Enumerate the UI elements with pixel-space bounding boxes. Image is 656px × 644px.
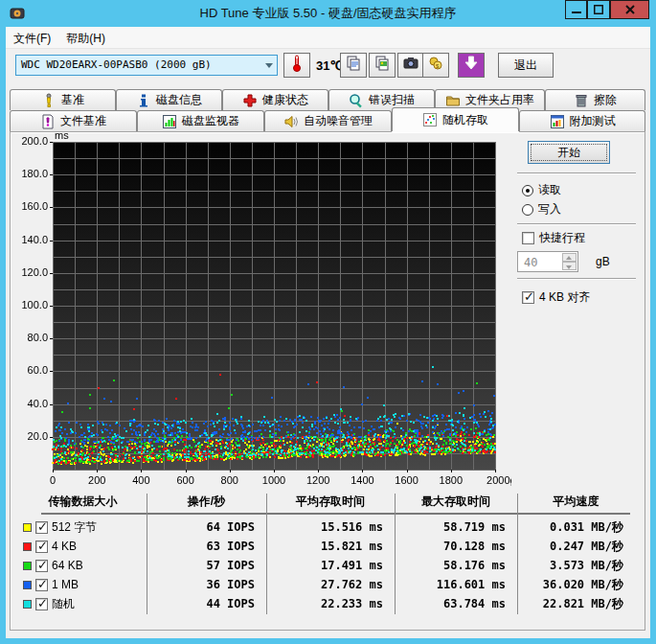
tab-文件基准[interactable]: 文件基准 [10, 110, 137, 131]
health-icon [242, 93, 258, 108]
series-label: 随机 [52, 596, 75, 612]
series-color-swatch [23, 542, 32, 551]
series-speed-value: 0.247 MB/秒 [517, 539, 635, 555]
maximize-icon [594, 5, 603, 14]
copy-text-button[interactable] [340, 53, 367, 78]
write-radio[interactable]: 写入 [522, 202, 561, 217]
series-iops-value: 57 IOPS [147, 559, 266, 572]
update-button[interactable] [458, 53, 485, 78]
window-title: HD Tune 专业版 5.50 - 硬盘/固态硬盘实用程序 [0, 5, 656, 22]
series-checkbox[interactable] [35, 540, 48, 553]
series-max-value: 58.719 ms [395, 520, 517, 534]
tab-随机存取[interactable]: 随机存取 [392, 107, 519, 131]
coins-icon: $ [428, 56, 443, 75]
monitor-icon [162, 114, 177, 129]
tab-健康状态[interactable]: 健康状态 [222, 89, 328, 110]
series-avg-value: 15.821 ms [266, 540, 395, 553]
size-stepper[interactable] [517, 251, 578, 272]
series-iops-value: 64 IOPS [147, 520, 266, 534]
tab-基准[interactable]: 基准 [10, 89, 116, 110]
series-label: 4 KB [52, 540, 77, 553]
camera-icon [403, 56, 418, 75]
tab-磁盘信息[interactable]: 磁盘信息 [116, 89, 222, 110]
close-button[interactable] [610, 0, 649, 19]
table-row: 512 字节64 IOPS15.516 ms58.719 ms0.031 MB/… [19, 518, 635, 537]
speaker-icon [283, 114, 299, 129]
column-header: 操作/秒 [147, 494, 266, 511]
tab-label: 健康状态 [262, 92, 308, 108]
series-avg-value: 15.516 ms [266, 520, 395, 534]
drive-select[interactable]: WDC WD20EARX-00PASB0 (2000 gB) [15, 55, 278, 76]
radio-icon [522, 204, 533, 216]
screenshot-button[interactable] [397, 53, 424, 78]
read-radio[interactable]: 读取 [522, 183, 561, 197]
title-bar[interactable]: HD Tune 专业版 5.50 - 硬盘/固态硬盘实用程序 [0, 0, 656, 27]
menu-item-file[interactable]: 文件(F) [6, 27, 58, 49]
series-max-value: 116.601 ms [395, 578, 517, 591]
copy-image-button[interactable] [369, 53, 396, 78]
maximize-button[interactable] [587, 0, 610, 19]
client-area: 文件(F)帮助(H) WDC WD20EARX-00PASB0 (2000 gB… [6, 27, 650, 638]
file-benchmark-icon [40, 114, 56, 129]
checkbox-icon [522, 232, 534, 244]
temperature-button[interactable] [283, 53, 310, 78]
donate-button[interactable]: $ [422, 53, 449, 78]
chevron-down-icon [265, 63, 273, 68]
tab-label: 错误扫描 [369, 92, 415, 108]
series-speed-value: 22.821 MB/秒 [517, 596, 635, 612]
update-icon [463, 55, 480, 76]
series-max-value: 63.784 ms [395, 597, 517, 610]
size-input[interactable] [522, 255, 556, 270]
tab-磁盘监视器[interactable]: 磁盘监视器 [137, 110, 264, 131]
app-window: HD Tune 专业版 5.50 - 硬盘/固态硬盘实用程序 文件(F)帮助(H… [0, 0, 656, 644]
tab-label: 擦除 [594, 92, 617, 108]
drive-select-value: WDC WD20EARX-00PASB0 (2000 gB) [21, 58, 212, 71]
align-checkbox[interactable]: 4 KB 对齐 [522, 290, 590, 305]
series-checkbox[interactable] [35, 598, 48, 610]
tab-擦除[interactable]: 擦除 [545, 89, 645, 110]
exit-button[interactable]: 退出 [498, 53, 554, 78]
series-color-swatch [23, 600, 32, 609]
tab-label: 磁盘监视器 [182, 113, 239, 129]
folder-icon [445, 93, 461, 108]
tab-自动噪音管理[interactable]: 自动噪音管理 [264, 110, 392, 131]
column-header: 传输数据大小 [19, 494, 147, 511]
tab-label: 文件夹占用率 [465, 92, 534, 108]
series-avg-value: 22.233 ms [266, 597, 395, 610]
column-header: 最大存取时间 [395, 494, 517, 511]
series-checkbox[interactable] [35, 560, 48, 572]
size-unit-label: gB [596, 255, 610, 268]
copy-image-icon [374, 56, 390, 75]
write-radio-label: 写入 [538, 201, 561, 218]
short-stroke-checkbox[interactable]: 快捷行程 [522, 231, 585, 245]
align-checkbox-label: 4 KB 对齐 [539, 289, 590, 306]
series-speed-value: 3.573 MB/秒 [517, 558, 635, 574]
menu-item-help[interactable]: 帮助(H) [58, 27, 113, 49]
stepper-down-icon[interactable] [562, 262, 577, 270]
short-stroke-label: 快捷行程 [539, 230, 585, 246]
series-checkbox[interactable] [35, 521, 48, 534]
series-max-value: 70.128 ms [395, 540, 517, 553]
extra-tests-icon [550, 114, 565, 129]
stepper-up-icon[interactable] [562, 253, 577, 262]
menu-bar: 文件(F)帮助(H) [6, 27, 650, 49]
start-button[interactable]: 开始 [528, 141, 610, 164]
read-radio-label: 读取 [538, 182, 561, 198]
series-speed-value: 36.020 MB/秒 [517, 577, 635, 593]
random-access-chart [11, 132, 511, 494]
tab-label: 文件基准 [60, 113, 106, 129]
tab-附加测试[interactable]: 附加测试 [519, 110, 645, 131]
table-row: 随机44 IOPS22.233 ms63.784 ms22.821 MB/秒 [19, 594, 635, 613]
checkbox-icon [522, 291, 534, 304]
series-label: 64 KB [52, 559, 83, 572]
tab-label: 基准 [61, 92, 84, 108]
minimize-button[interactable] [565, 0, 587, 19]
series-checkbox[interactable] [35, 579, 48, 591]
table-row: 4 KB63 IOPS15.821 ms70.128 ms0.247 MB/秒 [19, 537, 635, 556]
series-iops-value: 44 IOPS [147, 597, 266, 610]
tab-label: 附加测试 [570, 113, 616, 129]
info-icon [136, 93, 151, 108]
scan-icon [349, 93, 364, 108]
series-color-swatch [23, 562, 32, 570]
divider [517, 223, 636, 225]
